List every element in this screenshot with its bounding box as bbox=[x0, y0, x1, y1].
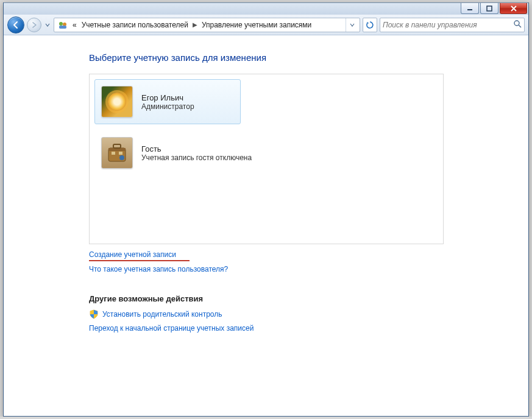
chevron-down-icon bbox=[45, 23, 50, 27]
breadcrumb-prefix: « bbox=[70, 21, 79, 29]
window: « Учетные записи пользователей ▶ Управле… bbox=[3, 2, 529, 417]
refresh-button[interactable] bbox=[363, 18, 377, 32]
link-what-is-account[interactable]: Что такое учетная запись пользователя? bbox=[89, 265, 228, 273]
svg-rect-1 bbox=[487, 6, 492, 11]
account-name: Гость bbox=[141, 144, 252, 153]
close-icon bbox=[510, 5, 517, 12]
action-parental-control[interactable]: Установить родительский контроль bbox=[89, 309, 528, 319]
avatar bbox=[101, 86, 133, 118]
arrow-left-icon bbox=[12, 21, 20, 29]
other-actions-title: Другие возможные действия bbox=[89, 294, 528, 303]
svg-rect-9 bbox=[112, 152, 115, 155]
link-accounts-home[interactable]: Переход к начальной странице учетных зап… bbox=[89, 324, 254, 333]
account-role: Администратор bbox=[141, 102, 194, 111]
svg-rect-8 bbox=[113, 144, 121, 148]
svg-point-11 bbox=[119, 155, 124, 160]
svg-point-5 bbox=[514, 21, 519, 26]
page-heading: Выберите учетную запись для изменения bbox=[89, 52, 528, 63]
refresh-icon bbox=[366, 21, 374, 29]
titlebar bbox=[4, 2, 528, 15]
user-accounts-icon bbox=[57, 19, 68, 30]
account-item-guest[interactable]: Гость Учетная запись гостя отключена bbox=[94, 130, 438, 175]
svg-rect-10 bbox=[119, 152, 122, 155]
chevron-down-icon bbox=[350, 23, 355, 27]
breadcrumb-dropdown[interactable] bbox=[346, 18, 358, 32]
shield-icon bbox=[89, 309, 99, 319]
svg-rect-4 bbox=[59, 26, 66, 29]
action-go-home[interactable]: Переход к начальной странице учетных зап… bbox=[89, 324, 528, 333]
content: Выберите учетную запись для изменения Ег… bbox=[4, 35, 528, 333]
svg-rect-0 bbox=[467, 9, 472, 10]
link-parental-control[interactable]: Установить родительский контроль bbox=[102, 310, 222, 319]
nav-forward-button[interactable] bbox=[27, 18, 41, 32]
link-create-account[interactable]: Создание учетной записи bbox=[89, 250, 176, 259]
search-input[interactable] bbox=[383, 21, 511, 29]
search-icon bbox=[513, 19, 522, 30]
nav-back-button[interactable] bbox=[7, 16, 24, 33]
accounts-list: Егор Ильич Администратор bbox=[89, 74, 444, 244]
address-bar: « Учетные записи пользователей ▶ Управле… bbox=[4, 15, 528, 35]
maximize-icon bbox=[486, 5, 492, 12]
nav-history-dropdown[interactable] bbox=[44, 16, 51, 33]
arrow-right-icon bbox=[31, 22, 37, 28]
close-button[interactable] bbox=[500, 3, 527, 14]
links-block: Создание учетной записи Что такое учетна… bbox=[89, 250, 528, 277]
account-role: Учетная запись гостя отключена bbox=[141, 153, 252, 162]
minimize-icon bbox=[467, 5, 473, 12]
minimize-button[interactable] bbox=[461, 3, 479, 14]
svg-point-2 bbox=[59, 22, 63, 26]
annotation-underline bbox=[89, 260, 190, 261]
breadcrumb[interactable]: « Учетные записи пользователей ▶ Управле… bbox=[54, 18, 360, 32]
breadcrumb-seg-manage[interactable]: Управление учетными записями bbox=[199, 21, 314, 29]
maximize-button[interactable] bbox=[480, 3, 498, 14]
account-item-admin[interactable]: Егор Ильич Администратор bbox=[94, 79, 241, 124]
breadcrumb-seg-accounts[interactable]: Учетные записи пользователей bbox=[79, 21, 191, 29]
breadcrumb-separator-icon: ▶ bbox=[191, 21, 199, 28]
avatar bbox=[101, 137, 133, 169]
search-box[interactable] bbox=[380, 18, 525, 32]
account-name: Егор Ильич bbox=[141, 93, 194, 102]
